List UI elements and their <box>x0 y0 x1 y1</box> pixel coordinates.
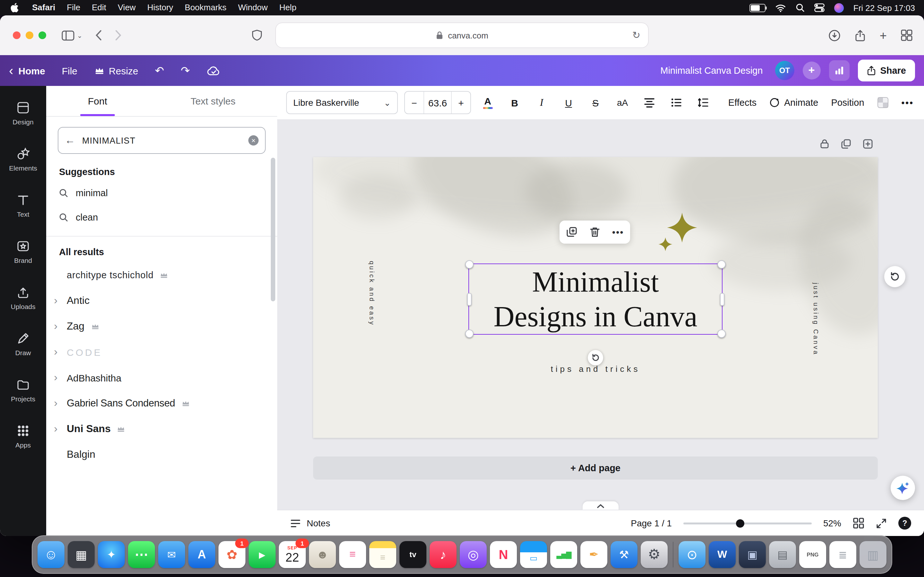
close-button[interactable] <box>13 31 21 39</box>
duplicate-icon[interactable] <box>565 226 577 238</box>
menubar-app-name[interactable]: Safari <box>26 0 61 15</box>
delete-icon[interactable] <box>590 226 600 238</box>
sidebar-item-uploads[interactable]: Uploads <box>0 274 46 321</box>
font-row[interactable]: › Zag <box>46 314 277 339</box>
sidebar-item-brand[interactable]: Brand <box>0 228 46 274</box>
dock-trash-icon[interactable]: ▥ <box>859 541 887 568</box>
dock-xcode-icon[interactable]: ⚒ <box>611 541 638 568</box>
sidebar-toggle-icon[interactable]: ⌄ <box>61 30 82 41</box>
increase-size-button[interactable]: + <box>451 92 470 113</box>
decrease-size-button[interactable]: − <box>405 92 424 113</box>
expand-chevron-icon[interactable]: › <box>54 422 67 435</box>
tab-overview-icon[interactable] <box>901 29 913 41</box>
minimize-button[interactable] <box>26 31 33 39</box>
font-row[interactable]: › AdBhashitha <box>46 365 277 390</box>
resize-button[interactable]: Resize <box>94 65 138 76</box>
menubar-item-window[interactable]: Window <box>232 0 274 15</box>
width-handle[interactable] <box>720 293 724 306</box>
dock-numbers-icon[interactable]: ▃▅▇ <box>550 541 577 568</box>
redo-icon[interactable]: ↷ <box>181 64 190 77</box>
tab-font[interactable]: Font <box>86 86 110 116</box>
underline-button[interactable]: U <box>558 92 579 113</box>
new-tab-icon[interactable]: + <box>880 29 887 41</box>
menubar-item-help[interactable]: Help <box>273 0 302 15</box>
dock-archive-icon[interactable]: ▤ <box>769 541 796 568</box>
dock-contacts-icon[interactable]: ☻ <box>309 541 336 568</box>
side-text-right[interactable]: just using Canva <box>813 283 819 356</box>
font-row[interactable]: › Antic <box>46 288 277 314</box>
element-more-button[interactable]: ••• <box>612 227 624 237</box>
rotate-handle[interactable] <box>588 350 603 366</box>
font-row[interactable]: › Gabriel Sans Condensed <box>46 390 277 416</box>
dock-photos-icon[interactable]: ✿1 <box>218 541 246 568</box>
dock-app-store-icon[interactable]: A <box>188 541 215 568</box>
dock-facetime-icon[interactable]: ▶ <box>249 541 276 568</box>
subheading-text[interactable]: tips and tricks <box>313 364 878 374</box>
sidebar-item-design[interactable]: Design <box>0 90 46 136</box>
text-color-button[interactable]: A <box>477 92 498 113</box>
sparkle-icon[interactable] <box>658 237 673 252</box>
reload-icon[interactable]: ↻ <box>632 29 640 41</box>
menubar-item-view[interactable]: View <box>112 0 142 15</box>
address-bar[interactable]: canva.com ↻ <box>276 23 648 47</box>
dock-podcasts-icon[interactable]: ◎ <box>460 541 487 568</box>
expand-chevron-icon[interactable]: › <box>54 371 67 384</box>
canva-assistant-button[interactable] <box>891 476 915 500</box>
downloads-icon[interactable] <box>829 29 841 41</box>
dock-word-icon[interactable]: W <box>709 541 736 568</box>
dock-keynote-icon[interactable]: ▭ <box>520 541 547 568</box>
selected-text-element[interactable]: Minimalist Designs in Canva <box>468 263 722 335</box>
text-case-button[interactable]: aA <box>612 92 633 113</box>
font-family-select[interactable]: Libre Baskerville ⌄ <box>286 91 398 114</box>
dock-finder-icon[interactable]: ☺ <box>37 541 65 568</box>
side-text-left[interactable]: quick and easy <box>368 261 375 326</box>
tab-text-styles[interactable]: Text styles <box>188 86 238 116</box>
zoom-slider[interactable] <box>683 522 812 524</box>
strikethrough-button[interactable]: S <box>585 92 606 113</box>
bold-button[interactable]: B <box>504 92 525 113</box>
canvas-area[interactable]: quick and easy just using Canva Minimali… <box>277 119 924 510</box>
alignment-button[interactable] <box>639 92 660 113</box>
italic-button[interactable]: I <box>531 92 552 113</box>
suggestion-item[interactable]: clean <box>46 205 277 229</box>
dock-preview-icon[interactable]: ⊙ <box>678 541 706 568</box>
menubar-clock[interactable]: Fri 22 Sep 17:03 <box>853 3 915 13</box>
add-member-button[interactable]: + <box>803 61 821 79</box>
dock-notes-icon[interactable]: ≡ <box>369 541 396 568</box>
zoom-button[interactable] <box>39 31 46 39</box>
expand-chevron-icon[interactable]: › <box>54 346 67 358</box>
transparency-button[interactable] <box>877 97 889 108</box>
document-title[interactable]: Minimalist Canva Design <box>660 65 762 76</box>
font-size-value[interactable]: 63.6 <box>424 92 451 113</box>
dock-tv-icon[interactable]: tv <box>399 541 426 568</box>
search-back-icon[interactable]: ← <box>65 135 75 146</box>
design-heading[interactable]: Minimalist Designs in Canva <box>469 264 722 334</box>
apple-menu-icon[interactable] <box>0 3 26 13</box>
dock-calendar-icon[interactable]: SEP 22 1 <box>279 541 306 568</box>
undo-icon[interactable]: ↶ <box>155 64 164 77</box>
notes-button[interactable]: Notes <box>290 518 330 528</box>
sidebar-item-text[interactable]: Text <box>0 182 46 228</box>
menubar-item-bookmarks[interactable]: Bookmarks <box>179 0 232 15</box>
dock-safari-icon[interactable]: ✦ <box>98 541 125 568</box>
dock-document-file-icon[interactable]: ≣ <box>829 541 856 568</box>
page-lock-icon[interactable] <box>819 139 830 149</box>
dock-launchpad-icon[interactable]: ▦ <box>68 541 95 568</box>
insights-button[interactable] <box>829 60 849 81</box>
help-button[interactable]: ? <box>898 517 911 530</box>
sidebar-item-apps[interactable]: Apps <box>0 413 46 459</box>
shuffle-styles-button[interactable] <box>884 266 905 287</box>
font-row[interactable]: architype tschichold <box>46 262 277 288</box>
zoom-level[interactable]: 52% <box>823 518 841 528</box>
zoom-slider-knob[interactable] <box>736 519 744 527</box>
spotlight-icon[interactable] <box>796 3 804 12</box>
expand-chevron-icon[interactable]: › <box>54 397 67 410</box>
effects-button[interactable]: Effects <box>728 97 756 108</box>
add-page-button[interactable]: + Add page <box>313 456 878 480</box>
dock-messages-icon[interactable]: … <box>128 541 155 568</box>
dock-settings-icon[interactable]: ⚙ <box>641 541 668 568</box>
grid-view-button[interactable] <box>853 517 864 529</box>
resize-handle[interactable] <box>717 330 726 338</box>
resize-handle[interactable] <box>717 260 726 269</box>
font-row[interactable]: › CODE <box>46 339 277 365</box>
